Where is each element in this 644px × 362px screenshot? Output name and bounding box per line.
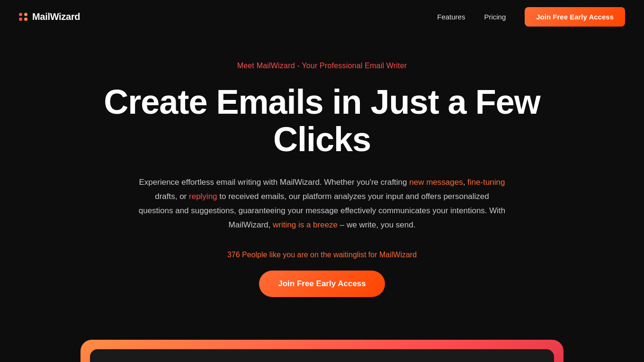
mockup-outer-frame: MailWizard Welcome Back, Stefan (80, 340, 564, 362)
nav-cta-button[interactable]: Join Free Early Access (525, 7, 625, 27)
navbar: MailWizard Features Pricing Join Free Ea… (0, 0, 644, 33)
highlight-replying: replying (189, 192, 217, 201)
hero-section: Meet MailWizard - Your Professional Emai… (38, 33, 606, 340)
hero-tagline: Meet MailWizard - Your Professional Emai… (57, 62, 587, 70)
highlight-new-messages: new messages (409, 178, 463, 187)
nav-features-link[interactable]: Features (437, 13, 465, 21)
logo-link[interactable]: MailWizard (19, 11, 80, 22)
highlight-breeze: writing is a breeze (273, 220, 338, 229)
hero-title: Create Emails in Just a Few Clicks (57, 83, 587, 158)
mockup-section: MailWizard Welcome Back, Stefan (71, 340, 573, 362)
logo-icon (19, 13, 27, 21)
nav-pricing-link[interactable]: Pricing (484, 13, 506, 21)
logo-text: MailWizard (32, 11, 80, 22)
highlight-fine-tuning: fine-tuning (467, 178, 505, 187)
hero-description: Experience effortless email writing with… (137, 175, 507, 232)
mockup-inner-frame: MailWizard Welcome Back, Stefan (90, 349, 554, 362)
nav-links: Features Pricing Join Free Early Access (437, 7, 625, 27)
waitlist-count: 376 Peolple like you are on the waitingl… (57, 251, 587, 259)
hero-cta-button[interactable]: Join Free Early Access (259, 271, 385, 297)
